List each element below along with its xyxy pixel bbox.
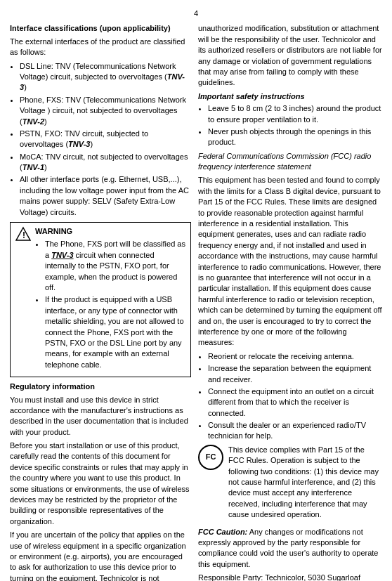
safety-list: Leave 5 to 8 cm (2 to 3 inches) around t… — [198, 103, 382, 148]
section2-title: Regulatory information — [10, 381, 191, 392]
warning-title: WARNING — [35, 226, 185, 237]
warning-content: WARNING The Phone, FXS port will be clas… — [35, 226, 185, 373]
measure-item: Connect the equipment into an outlet on … — [208, 386, 382, 419]
fcc-caution: FCC Caution: Any changes or modification… — [198, 527, 382, 570]
warning-item: If the product is equipped with a USB in… — [45, 294, 185, 370]
safety-title: Important safety instructions — [198, 91, 382, 102]
measure-item: Consult the dealer or an experienced rad… — [208, 420, 382, 442]
left-column: Interface classifications (upon applicab… — [10, 23, 191, 581]
section2-p2: Before you start installation or use of … — [10, 440, 191, 527]
warning-list: The Phone, FXS port will be classified a… — [35, 239, 185, 370]
list-item: PSTN, FXO: TNV circuit, subjected to ove… — [20, 129, 191, 150]
warning-box: ! WARNING The Phone, FXS port will be cl… — [10, 222, 191, 377]
right-column: unauthorized modification, substitution … — [198, 23, 382, 581]
warning-icon: ! — [15, 226, 31, 244]
section1-list: DSL Line: TNV (Telecommunications Networ… — [10, 61, 191, 218]
fcc-section-title: Federal Communications Commission (FCC) … — [198, 151, 382, 173]
section1-intro: The external interfaces of the product a… — [10, 37, 191, 58]
safety-item: Leave 5 to 8 cm (2 to 3 inches) around t… — [208, 103, 382, 125]
fcc-logo: FC — [198, 445, 223, 470]
fcc-box-text: This device complies with Part 15 of the… — [228, 445, 382, 521]
list-item: Phone, FXS: TNV (Telecommunications Netw… — [20, 95, 191, 127]
list-item: DSL Line: TNV (Telecommunications Networ… — [20, 61, 191, 93]
list-item: All other interface ports (e.g. Ethernet… — [20, 174, 191, 218]
section1-title: Interface classifications (upon applicab… — [10, 23, 191, 34]
fcc-compliance-box: FC This device complies with Part 15 of … — [198, 445, 382, 523]
measures-list: Reorient or relocate the receiving anten… — [198, 351, 382, 442]
right-p1: unauthorized modification, substitution … — [198, 23, 382, 88]
section2-p1: You must install and use this device in … — [10, 395, 191, 438]
list-item: MoCA: TNV circuit, not subjected to over… — [20, 152, 191, 174]
fcc-p1: This equipment has been tested and found… — [198, 175, 382, 348]
responsible-party: Responsible Party: Technicolor, 5030 Sug… — [198, 573, 382, 581]
safety-item: Never push objects through the openings … — [208, 126, 382, 148]
measure-item: Reorient or relocate the receiving anten… — [208, 351, 382, 362]
section2-p3: If you are uncertain of the policy that … — [10, 530, 191, 581]
page-number: 4 — [10, 8, 382, 19]
measure-item: Increase the separation between the equi… — [208, 363, 382, 385]
warning-item: The Phone, FXS port will be classified a… — [45, 239, 185, 293]
svg-text:!: ! — [22, 230, 25, 240]
